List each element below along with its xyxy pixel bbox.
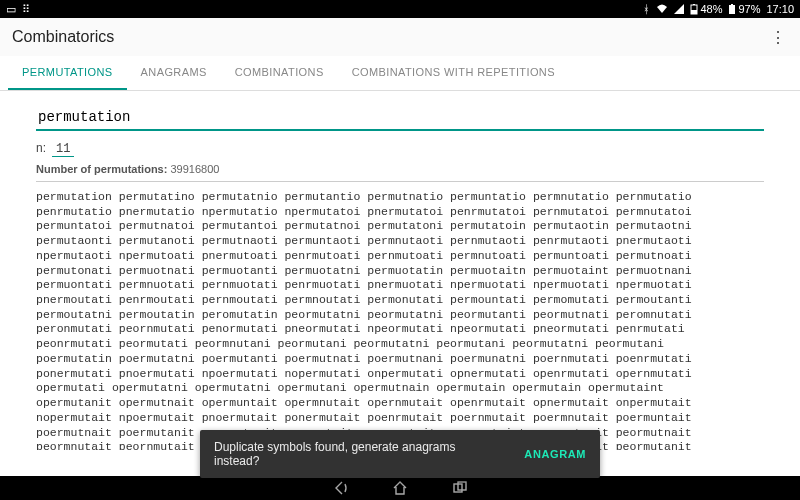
bluetooth-icon: ᚼ xyxy=(643,3,650,15)
app-title: Combinatorics xyxy=(12,28,114,46)
overflow-menu-button[interactable]: ⋮ xyxy=(768,28,788,47)
tab-anagrams[interactable]: ANAGRAMS xyxy=(127,56,221,90)
svg-rect-4 xyxy=(731,4,733,5)
svg-rect-1 xyxy=(691,10,697,14)
snackbar-message: Duplicate symbols found, generate anagra… xyxy=(214,440,484,468)
battery2-pct: 97% xyxy=(738,3,760,15)
notification-icon: ▭ xyxy=(6,3,16,16)
results-area[interactable]: permutation permutatino permutatnio perm… xyxy=(36,190,768,450)
signal-icon xyxy=(674,4,684,14)
nav-recent-icon[interactable] xyxy=(452,480,468,496)
wifi-icon xyxy=(656,4,668,14)
battery-icon xyxy=(728,4,736,15)
source-input[interactable] xyxy=(36,105,764,129)
clock: 17:10 xyxy=(766,3,794,15)
snackbar: Duplicate symbols found, generate anagra… xyxy=(200,430,600,478)
n-label: n: xyxy=(36,141,46,155)
svg-rect-2 xyxy=(693,4,695,5)
count-value: 39916800 xyxy=(170,163,219,175)
snackbar-action-anagram[interactable]: ANAGRAM xyxy=(524,448,586,460)
app-bar: Combinatorics ⋮ xyxy=(0,18,800,56)
tab-combinations-repetitions[interactable]: COMBINATIONS WITH REPETITIONS xyxy=(338,56,569,90)
android-status-bar: ▭ ⠿ ᚼ 48% 97% 17:10 xyxy=(0,0,800,18)
main-content: n: 11 Number of permutations: 39916800 p… xyxy=(0,91,800,450)
nav-home-icon[interactable] xyxy=(392,480,408,496)
count-label: Number of permutations: xyxy=(36,163,167,175)
tab-permutations[interactable]: PERMUTATIONS xyxy=(8,56,127,90)
tab-combinations[interactable]: COMBINATIONS xyxy=(221,56,338,90)
n-value[interactable]: 11 xyxy=(52,142,74,157)
notification-icon: ⠿ xyxy=(22,3,30,16)
source-input-wrap xyxy=(36,105,764,131)
android-nav-bar xyxy=(0,476,800,500)
tab-bar: PERMUTATIONS ANAGRAMS COMBINATIONS COMBI… xyxy=(0,56,800,91)
battery-icon xyxy=(690,4,698,15)
nav-back-icon[interactable] xyxy=(332,480,348,496)
svg-rect-3 xyxy=(729,5,735,14)
battery1-pct: 48% xyxy=(700,3,722,15)
